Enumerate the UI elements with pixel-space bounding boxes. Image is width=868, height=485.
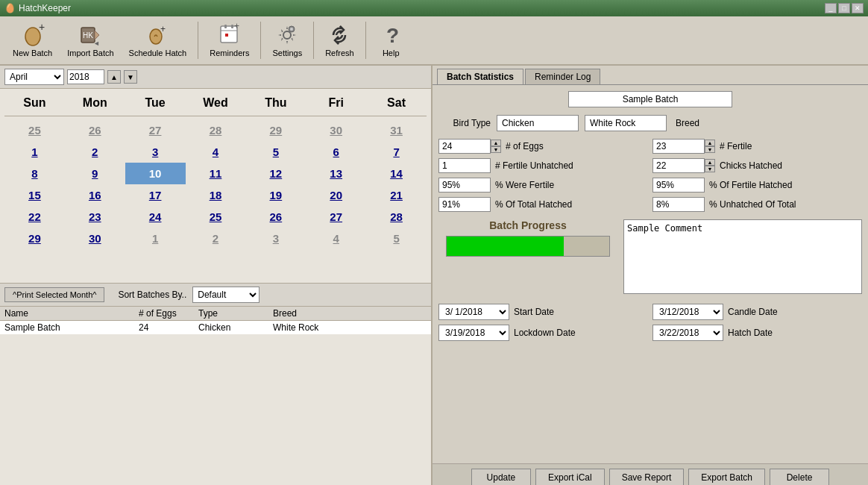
calendar-cell-4[interactable]: 29: [245, 119, 306, 141]
candle-date-select[interactable]: 3/12/2018: [652, 304, 723, 320]
maximize-button[interactable]: □: [838, 3, 850, 13]
schedule-hatch-button[interactable]: + Schedule Hatch: [122, 19, 194, 61]
calendar-cell-1[interactable]: 26: [65, 119, 125, 141]
import-batch-button[interactable]: HK ◄ Import Batch: [60, 19, 120, 61]
tab-batch-statistics[interactable]: Batch Statistics: [437, 69, 523, 85]
fertile-unhatched-input[interactable]: [438, 158, 491, 173]
refresh-button[interactable]: Refresh: [318, 19, 361, 61]
calendar-cell-36[interactable]: 30: [65, 228, 125, 249]
chicks-up-btn[interactable]: ▲: [705, 159, 715, 166]
calendar-cell-12[interactable]: 6: [306, 141, 366, 163]
lockdown-date-row: 3/19/2018 Lockdown Date: [438, 325, 648, 341]
pct-total-input[interactable]: [438, 197, 491, 212]
calendar-cell-22[interactable]: 16: [65, 184, 125, 206]
calendar-cell-15[interactable]: 9: [65, 163, 125, 184]
delete-button[interactable]: Delete: [770, 469, 829, 485]
calendar-cell-29[interactable]: 23: [65, 206, 125, 228]
tab-reminder-log[interactable]: Reminder Log: [525, 69, 600, 84]
calendar-cell-6[interactable]: 31: [366, 119, 427, 141]
calendar-cell-17[interactable]: 11: [186, 163, 246, 184]
chicks-hatched-input[interactable]: [652, 158, 705, 173]
help-button[interactable]: ? Help: [371, 19, 412, 61]
calendar-cell-19[interactable]: 13: [306, 163, 366, 184]
fertile-up-btn[interactable]: ▲: [705, 140, 715, 146]
calendar-cell-30[interactable]: 24: [125, 206, 186, 228]
pct-fertile-label: % Were Fertile: [495, 180, 555, 190]
fertile-down-btn[interactable]: ▼: [705, 146, 715, 153]
calendar-cell-11[interactable]: 5: [245, 141, 306, 163]
pct-unhatched-label: % Unhatched Of Total: [709, 199, 796, 210]
calendar-cell-5[interactable]: 30: [306, 119, 366, 141]
calendar-cell-38[interactable]: 2: [186, 228, 246, 249]
pct-unhatched-input[interactable]: [652, 197, 705, 212]
eggs-down-btn[interactable]: ▼: [491, 146, 501, 153]
calendar-cell-2[interactable]: 27: [125, 119, 186, 141]
title-bar-left: 🥚 HatchKeeper: [4, 3, 71, 13]
calendar-cell-34[interactable]: 28: [366, 206, 427, 228]
chicks-down-btn[interactable]: ▼: [705, 166, 715, 172]
num-fertile-input[interactable]: [652, 139, 705, 154]
breed-input[interactable]: [585, 115, 667, 131]
calendar-cell-27[interactable]: 21: [366, 184, 427, 206]
calendar-cell-41[interactable]: 5: [366, 228, 427, 249]
hatch-date-select[interactable]: 3/22/2018: [652, 325, 723, 341]
export-batch-button[interactable]: Export Batch: [688, 469, 765, 485]
calendar-cell-23[interactable]: 17: [125, 184, 186, 206]
update-button[interactable]: Update: [471, 469, 531, 485]
stat-row-eggs: ▲ ▼ # of Eggs: [438, 139, 648, 154]
calendar-cell-0[interactable]: 25: [4, 119, 65, 141]
calendar-cell-26[interactable]: 20: [306, 184, 366, 206]
save-report-button[interactable]: Save Report: [609, 469, 685, 485]
toolbar-separator-4: [365, 22, 366, 59]
start-date-select[interactable]: 3/ 1/2018: [438, 304, 509, 320]
svg-rect-12: [225, 34, 228, 37]
calendar-cell-10[interactable]: 4: [186, 141, 246, 163]
year-down-button[interactable]: ▼: [124, 70, 137, 84]
title-bar-controls[interactable]: _ □ ✕: [825, 3, 864, 13]
calendar-cell-16[interactable]: 10: [125, 163, 186, 184]
settings-button[interactable]: Settings: [265, 19, 309, 61]
calendar-cell-31[interactable]: 25: [186, 206, 246, 228]
fertile-label: # Fertile: [720, 141, 779, 151]
action-buttons: Update Export iCal Save Report Export Ba…: [433, 463, 868, 485]
batch-list-row[interactable]: Sample Batch 24 Chicken White Rock: [0, 321, 431, 334]
calendar-grid: Sun Mon Tue Wed Thu Fri Sat 252627282930…: [0, 89, 431, 283]
comment-textarea[interactable]: Sample Comment: [623, 219, 862, 294]
new-batch-button[interactable]: + New Batch: [6, 19, 59, 61]
calendar-cell-25[interactable]: 19: [245, 184, 306, 206]
calendar-cell-7[interactable]: 1: [4, 141, 65, 163]
eggs-up-btn[interactable]: ▲: [491, 140, 501, 146]
calendar-cell-32[interactable]: 26: [245, 206, 306, 228]
calendar-cell-24[interactable]: 18: [186, 184, 246, 206]
batch-name-input[interactable]: [568, 91, 732, 107]
month-select[interactable]: April January February March May June Ju…: [4, 69, 64, 85]
close-button[interactable]: ✕: [852, 3, 864, 13]
year-up-button[interactable]: ▲: [107, 70, 121, 84]
calendar-cell-18[interactable]: 12: [245, 163, 306, 184]
bird-type-input[interactable]: [497, 115, 579, 131]
calendar-cell-21[interactable]: 15: [4, 184, 65, 206]
reminders-button[interactable]: + Reminders: [203, 19, 256, 61]
calendar-cell-28[interactable]: 22: [4, 206, 65, 228]
calendar-cell-40[interactable]: 4: [306, 228, 366, 249]
calendar-cell-9[interactable]: 3: [125, 141, 186, 163]
calendar-cell-37[interactable]: 1: [125, 228, 186, 249]
minimize-button[interactable]: _: [825, 3, 837, 13]
calendar-cell-39[interactable]: 3: [245, 228, 306, 249]
calendar-cell-3[interactable]: 28: [186, 119, 246, 141]
num-eggs-input[interactable]: [438, 139, 491, 154]
lockdown-date-select[interactable]: 3/19/2018: [438, 325, 509, 341]
reminders-icon: +: [218, 23, 242, 47]
calendar-cell-33[interactable]: 27: [306, 206, 366, 228]
pct-fertile-input[interactable]: [438, 178, 491, 193]
calendar-cell-14[interactable]: 8: [4, 163, 65, 184]
calendar-cell-13[interactable]: 7: [366, 141, 427, 163]
calendar-cell-20[interactable]: 14: [366, 163, 427, 184]
calendar-cell-8[interactable]: 2: [65, 141, 125, 163]
pct-fertile-hatched-input[interactable]: [652, 178, 705, 193]
print-month-button[interactable]: ^Print Selected Month^: [4, 287, 104, 302]
sort-select[interactable]: Default Name Date Type: [192, 287, 260, 303]
export-ical-button[interactable]: Export iCal: [535, 469, 605, 485]
calendar-cell-35[interactable]: 29: [4, 228, 65, 249]
year-input[interactable]: [67, 69, 104, 84]
